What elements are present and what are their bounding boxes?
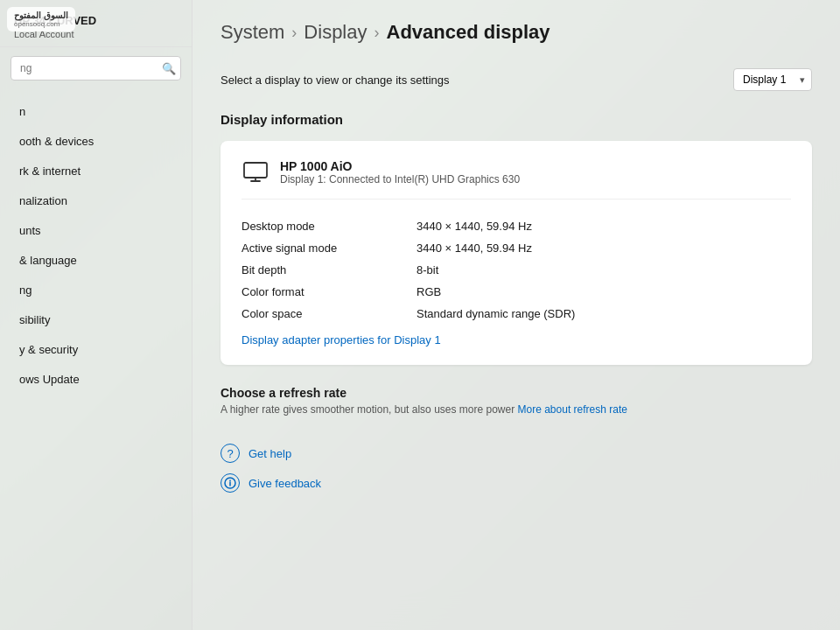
bit-depth-value: 8-bit [416,263,438,276]
search-icon-button[interactable]: 🔍 [162,62,176,75]
display-selector-row: Select a display to view or change its s… [220,68,812,91]
get-help-label: Get help [248,447,291,460]
display-device-row: HP 1000 AiO Display 1: Connected to Inte… [242,158,791,200]
device-connection: Display 1: Connected to Intel(R) UHD Gra… [280,173,520,186]
sidebar-nav: n ooth & devices rk & internet nalizatio… [0,89,192,630]
sidebar-item-bluetooth[interactable]: ooth & devices [5,127,186,156]
display-selector-dropdown[interactable]: Display 1 [733,68,812,91]
info-row-signal-mode: Active signal mode 3440 × 1440, 59.94 Hz [242,237,791,259]
sidebar-item-accounts[interactable]: unts [5,216,186,245]
sidebar-item-privacy[interactable]: y & security [5,335,186,364]
desktop-mode-value: 3440 × 1440, 59.94 Hz [416,220,532,233]
info-row-color-space: Color space Standard dynamic range (SDR) [242,303,791,325]
info-row-desktop-mode: Desktop mode 3440 × 1440, 59.94 Hz [242,215,791,237]
color-space-label: Color space [242,307,416,320]
breadcrumb-sep-2: › [374,24,380,42]
help-section: ? Get help Give feedback [220,444,812,493]
watermark: السوق المفتوح opensooq.com [7,7,75,32]
breadcrumb: System › Display › Advanced display [220,21,812,44]
display-info-title: Display information [220,112,812,127]
breadcrumb-display[interactable]: Display [304,21,367,44]
sidebar-search-container: 🔍 [10,56,181,80]
color-space-value: Standard dynamic range (SDR) [416,307,575,320]
breadcrumb-sep-1: › [291,24,297,42]
sidebar-item-system[interactable]: n [5,97,186,126]
refresh-rate-title: Choose a refresh rate [220,386,812,400]
breadcrumb-advanced-display: Advanced display [387,21,550,44]
signal-mode-label: Active signal mode [242,242,416,255]
display-device-info: HP 1000 AiO Display 1: Connected to Inte… [280,159,520,186]
info-row-color-format: Color format RGB [242,281,791,303]
refresh-rate-link[interactable]: More about refresh rate [518,403,627,416]
monitor-icon [242,158,270,186]
display-info-section: Display information HP 1000 AiO Display … [220,112,812,365]
signal-mode-value: 3440 × 1440, 59.94 Hz [416,242,532,255]
sidebar: HP 34 CURVED Local Account 🔍 n ooth & de… [0,0,192,630]
color-format-label: Color format [242,285,416,298]
display-dropdown-wrapper: Display 1 [733,68,812,91]
give-feedback-item[interactable]: Give feedback [220,473,812,493]
get-help-item[interactable]: ? Get help [220,444,812,463]
display-selector-label: Select a display to view or change its s… [220,74,450,87]
sidebar-item-gaming[interactable]: ng [5,276,186,304]
info-table: Desktop mode 3440 × 1440, 59.94 Hz Activ… [242,215,791,325]
bit-depth-label: Bit depth [242,263,416,276]
search-input[interactable] [10,56,181,80]
sidebar-item-language[interactable]: & language [5,246,186,275]
color-format-value: RGB [416,285,441,298]
sidebar-item-personalization[interactable]: nalization [5,186,186,215]
display-info-card: HP 1000 AiO Display 1: Connected to Inte… [220,141,812,365]
refresh-rate-section: Choose a refresh rate A higher rate give… [220,386,812,416]
watermark-domain: opensooq.com [14,20,68,28]
sidebar-item-accessibility[interactable]: sibility [5,305,186,334]
give-feedback-label: Give feedback [248,477,321,490]
svg-rect-0 [244,163,267,178]
sidebar-item-windows-update[interactable]: ows Update [5,365,186,394]
give-feedback-icon [220,473,240,493]
info-row-bit-depth: Bit depth 8-bit [242,259,791,281]
main-content: System › Display › Advanced display Sele… [192,0,840,630]
adapter-properties-link[interactable]: Display adapter properties for Display 1 [242,333,441,346]
watermark-site: السوق المفتوح [14,10,68,20]
refresh-rate-desc: A higher rate gives smoother motion, but… [220,403,812,416]
desktop-mode-label: Desktop mode [242,220,416,233]
sidebar-item-network[interactable]: rk & internet [5,157,186,186]
breadcrumb-system[interactable]: System [220,21,284,44]
get-help-icon: ? [220,444,240,463]
device-name: HP 1000 AiO [280,159,520,173]
